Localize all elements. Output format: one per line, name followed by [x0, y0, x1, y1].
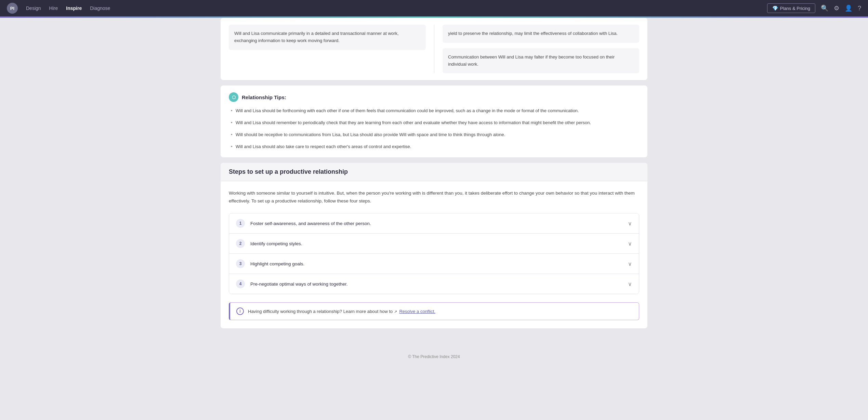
chevron-down-icon-1: ∨: [628, 220, 632, 227]
productive-intro: Working with someone similar to yourself…: [229, 189, 639, 205]
list-item: Will and Lisa should remember to periodi…: [229, 119, 639, 127]
plans-icon: 💎: [772, 5, 778, 11]
footer: © The Predictive Index 2024: [0, 347, 868, 366]
comm-text-right-2: Communication between Will and Lisa may …: [443, 48, 639, 74]
logo-text: PI: [10, 6, 14, 11]
notice-text-content: Having difficulty working through a rela…: [248, 309, 393, 314]
accent-bar: [0, 16, 868, 18]
comm-text-right-1: yield to preserve the relationship, may …: [443, 25, 639, 43]
relationship-tips-section: ⬡ Relationship Tips: Will and Lisa shoul…: [221, 86, 647, 157]
conflict-notice-box: i Having difficulty working through a re…: [229, 302, 639, 320]
productive-relationship-section: Steps to set up a productive relationshi…: [221, 163, 647, 329]
gear-icon[interactable]: ⚙: [834, 4, 839, 12]
step-label-1: Foster self-awareness, and awareness of …: [250, 221, 628, 226]
step-number-3: 3: [236, 259, 245, 268]
search-icon[interactable]: 🔍: [821, 4, 828, 12]
step-item-4[interactable]: 4 Pre-negotiate optimal ways of working …: [229, 274, 639, 294]
chevron-down-icon-2: ∨: [628, 240, 632, 247]
plans-pricing-button[interactable]: 💎 Plans & Pricing: [767, 3, 815, 13]
nav-diagnose[interactable]: Diagnose: [90, 5, 110, 11]
info-icon: i: [236, 307, 244, 315]
nav-hire[interactable]: Hire: [49, 5, 58, 11]
page-content: Will and Lisa communicate primarily in a…: [215, 18, 653, 347]
navbar: PI Design Hire Inspire Diagnose 💎 Plans …: [0, 0, 868, 16]
external-link-icon: ↗: [394, 310, 397, 314]
chevron-down-icon-4: ∨: [628, 281, 632, 287]
nav-links: Design Hire Inspire Diagnose: [26, 5, 767, 11]
step-item-1[interactable]: 1 Foster self-awareness, and awareness o…: [229, 213, 639, 234]
productive-section-title: Steps to set up a productive relationshi…: [229, 168, 639, 175]
user-icon[interactable]: 👤: [845, 4, 852, 12]
step-item-2[interactable]: 2 Identify competing styles. ∨: [229, 234, 639, 254]
nav-inspire[interactable]: Inspire: [66, 5, 82, 11]
chevron-down-icon-3: ∨: [628, 261, 632, 267]
productive-section-body: Working with someone similar to yourself…: [221, 181, 647, 329]
step-item-3[interactable]: 3 Highlight competing goals. ∨: [229, 254, 639, 274]
relationship-tips-header: ⬡ Relationship Tips:: [229, 92, 639, 102]
notice-text: Having difficulty working through a rela…: [248, 309, 435, 314]
comm-card-left: Will and Lisa communicate primarily in a…: [229, 25, 434, 73]
step-number-2: 2: [236, 239, 245, 248]
step-label-2: Identify competing styles.: [250, 241, 628, 246]
logo[interactable]: PI: [7, 3, 18, 14]
productive-section-header: Steps to set up a productive relationshi…: [221, 163, 647, 181]
relationship-tips-list: Will and Lisa should be forthcoming with…: [229, 107, 639, 150]
help-icon[interactable]: ?: [858, 5, 861, 12]
comm-card-right: yield to preserve the relationship, may …: [434, 25, 639, 73]
footer-text: © The Predictive Index 2024: [408, 354, 460, 359]
relationship-tips-icon: ⬡: [229, 92, 238, 102]
communication-section: Will and Lisa communicate primarily in a…: [221, 18, 647, 80]
navbar-right: 💎 Plans & Pricing 🔍 ⚙ 👤 ?: [767, 3, 861, 13]
list-item: Will and Lisa should also take care to r…: [229, 143, 639, 150]
resolve-conflict-link[interactable]: Resolve a conflict.: [399, 309, 435, 314]
step-label-3: Highlight competing goals.: [250, 261, 628, 266]
list-item: Will should be receptive to communicatio…: [229, 131, 639, 139]
nav-design[interactable]: Design: [26, 5, 41, 11]
list-item: Will and Lisa should be forthcoming with…: [229, 107, 639, 115]
relationship-tips-title: Relationship Tips:: [242, 94, 286, 100]
steps-list: 1 Foster self-awareness, and awareness o…: [229, 213, 639, 294]
plans-pricing-label: Plans & Pricing: [780, 6, 810, 11]
comm-text-left: Will and Lisa communicate primarily in a…: [229, 25, 426, 50]
step-number-1: 1: [236, 219, 245, 228]
step-number-4: 4: [236, 279, 245, 288]
step-label-4: Pre-negotiate optimal ways of working to…: [250, 281, 628, 287]
